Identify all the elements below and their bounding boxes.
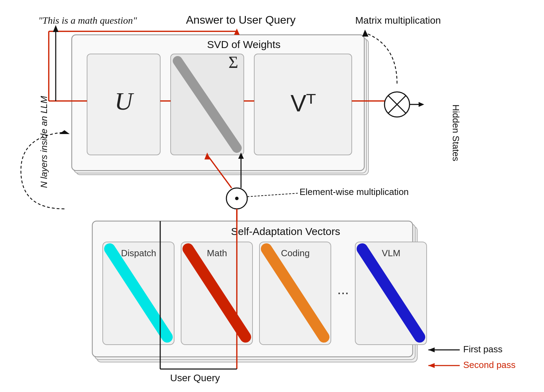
hidden-states-label: Hidden States [451,104,461,161]
element-wise-label: Element-wise multiplication [300,187,409,197]
user-query-label: User Query [170,373,220,383]
svg-marker-21 [59,130,70,134]
sigma-label: Σ [228,53,238,71]
svg-line-24 [247,193,298,197]
ellipsis: ... [337,282,349,297]
second-pass-label: Second pass [463,360,515,370]
svg-marker-51 [428,363,435,368]
n-layers-label: N layers inside an LLM [39,96,49,188]
self-adaptation-label: Self-Adaptation Vectors [231,226,340,237]
math-label: Math [207,248,227,258]
answer-label: Answer to User Query [186,14,296,26]
diagram-container: "This is a math question" Answer to User… [0,0,544,392]
vlm-label: VLM [382,248,400,258]
svg-marker-20 [53,25,59,32]
svg-point-23 [235,197,239,200]
u-label: U [115,87,134,115]
svg-marker-47 [419,102,424,107]
dispatch-label: Dispatch [121,248,156,258]
svg-marker-49 [428,347,435,352]
svd-label: SVD of Weights [207,39,280,50]
coding-label: Coding [281,248,310,258]
first-pass-label: First pass [463,344,503,354]
vt-label: Vᵀ [290,90,316,116]
math-question-label: "This is a math question" [38,15,137,26]
matrix-mult-label: Matrix multiplication [355,15,441,26]
svg-marker-45 [362,30,368,37]
